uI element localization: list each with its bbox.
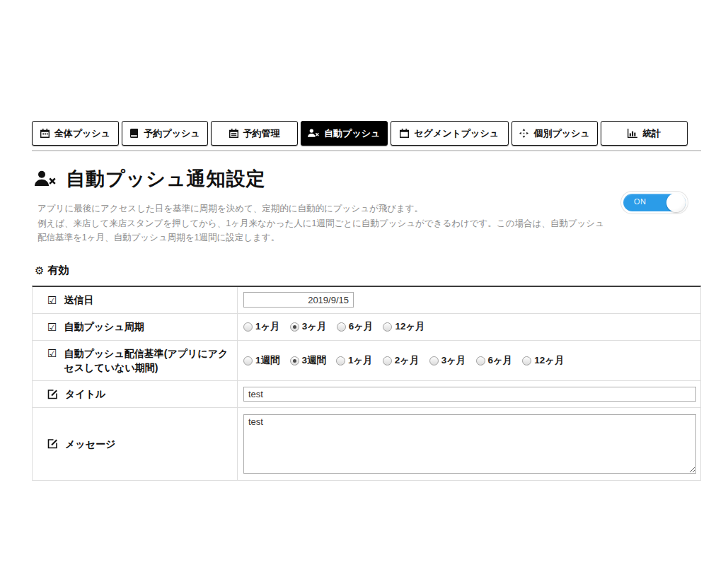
calendar-icon [400,129,409,138]
row-title: タイトル [33,381,700,407]
delivery-basis-value-cell: 1週間3週間1ヶ月2ヶ月3ヶ月6ヶ月12ヶ月 [238,341,700,381]
send-date-value-cell [238,287,700,313]
person-x-icon [35,170,56,187]
book-icon [129,129,139,138]
delivery-basis-radio-group: 1週間3週間1ヶ月2ヶ月3ヶ月6ヶ月12ヶ月 [243,354,565,367]
radio-option-label: 1ヶ月 [348,354,373,367]
radio-icon[interactable] [337,322,346,332]
message-label-cell: メッセージ [33,408,238,480]
radio-option[interactable]: 6ヶ月 [337,320,374,333]
radio-option-label: 6ヶ月 [488,354,513,367]
radio-option[interactable]: 12ヶ月 [522,354,564,367]
tab-auto-push[interactable]: 自動プッシュ [301,121,388,146]
radio-icon[interactable] [336,356,345,365]
section-label-text: 有効 [47,264,69,277]
radio-option-label: 3ヶ月 [441,354,466,367]
tab-label: 個別プッシュ [533,127,589,140]
toggle-knob[interactable] [666,193,686,212]
radio-option-label: 12ヶ月 [534,354,564,367]
radio-icon[interactable] [243,322,253,332]
radio-option[interactable]: 1ヶ月 [336,354,373,367]
title-label-cell: タイトル [33,381,238,407]
edit-pencil-icon [47,389,58,399]
tab-label: セグメントプッシュ [414,127,499,140]
row-push-cycle: ☑ 自動プッシュ周期 1ヶ月3ヶ月6ヶ月12ヶ月 [33,314,700,341]
radio-selected-icon[interactable] [290,356,299,365]
title-row: 自動プッシュ通知設定 [35,166,701,192]
check-square-icon: ☑ [47,348,57,358]
row-delivery-basis: ☑ 自動プッシュ配信基準(アプリにアクセスしていない期間) 1週間3週間1ヶ月2… [33,341,700,382]
message-textarea[interactable]: test [243,414,696,474]
tab-all-push[interactable]: 全体プッシュ [32,121,119,146]
message-value-cell: test [238,408,700,480]
bar-chart-icon [628,129,637,138]
check-square-icon: ☑ [47,322,57,332]
radio-option-label: 6ヶ月 [349,320,374,333]
radio-icon[interactable] [383,322,392,332]
row-message: メッセージ test [33,408,700,480]
send-date-input[interactable] [243,292,354,308]
toggle-on-label: ON [634,197,647,206]
settings-table: ☑ 送信日 ☑ 自動プッシュ周期 1ヶ月3ヶ月6ヶ月12ヶ月 ☑ 自動プッシュ配… [32,286,701,481]
row-label: 送信日 [64,293,93,307]
tab-individual-push[interactable]: 個別プッシュ [512,121,599,146]
radio-option[interactable]: 3ヶ月 [429,354,466,367]
edit-pencil-icon [47,438,58,449]
tab-label: 予約管理 [243,127,280,140]
row-label: メッセージ [65,437,115,451]
push-cycle-label-cell: ☑ 自動プッシュ周期 [33,314,238,340]
radio-option[interactable]: 3ヶ月 [290,320,327,333]
radio-icon[interactable] [383,356,392,365]
description-line: アプリに最後にアクセスした日を基準に周期を決めて、定期的に自動的にプッシュが飛び… [37,201,609,216]
check-square-icon: ☑ [47,295,57,305]
row-label: 自動プッシュ周期 [64,320,144,334]
radio-option[interactable]: 2ヶ月 [383,354,420,367]
radio-option-label: 12ヶ月 [395,320,424,333]
tab-reserve-manage[interactable]: 予約管理 [211,121,298,146]
radio-icon[interactable] [522,356,531,365]
radio-icon[interactable] [243,356,253,365]
tab-label: 統計 [642,127,661,140]
radio-option-label: 2ヶ月 [395,354,420,367]
move-icon [519,129,528,138]
radio-selected-icon[interactable] [290,322,299,332]
tab-stats[interactable]: 統計 [601,121,688,146]
row-label: 自動プッシュ配信基準(アプリにアクセスしていない期間) [64,346,230,375]
description-line: 例えば、来店して来店スタンプを押してから、1ヶ月来なかった人に1週間ごとに自動プ… [37,216,609,245]
push-cycle-radio-group: 1ヶ月3ヶ月6ヶ月12ヶ月 [243,320,425,333]
tab-reserve-push[interactable]: 予約プッシュ [122,121,209,146]
calendar-check-icon [40,129,50,138]
send-date-label-cell: ☑ 送信日 [33,287,238,313]
tab-bar: 全体プッシュ 予約プッシュ 予約管理 自動プッシュ セグメントプッシュ 個別プッ… [32,121,688,146]
delivery-basis-label-cell: ☑ 自動プッシュ配信基準(アプリにアクセスしていない期間) [33,341,238,381]
radio-option-label: 1週間 [255,354,280,367]
tab-label: 自動プッシュ [324,127,380,140]
intro-row: アプリに最後にアクセスした日を基準に周期を決めて、定期的に自動的にプッシュが飛び… [32,201,701,245]
person-x-icon [308,129,319,138]
page: 全体プッシュ 予約プッシュ 予約管理 自動プッシュ セグメントプッシュ 個別プッ… [32,0,701,481]
enable-toggle[interactable]: ON [621,192,688,214]
radio-option[interactable]: 12ヶ月 [383,320,424,333]
section-enabled: ⚙ 有効 [35,264,701,277]
radio-option[interactable]: 1週間 [243,354,280,367]
page-description: アプリに最後にアクセスした日を基準に周期を決めて、定期的に自動的にプッシュが飛び… [37,201,609,245]
radio-option-label: 3ヶ月 [302,320,327,333]
tab-label: 予約プッシュ [144,127,200,140]
radio-option[interactable]: 3週間 [290,354,327,367]
tab-label: 全体プッシュ [54,127,110,140]
gear-icon: ⚙ [35,265,44,276]
calendar-icon [229,129,238,138]
radio-option[interactable]: 6ヶ月 [476,354,513,367]
title-value-cell [238,381,700,407]
radio-option[interactable]: 1ヶ月 [243,320,280,333]
title-input[interactable] [243,387,696,402]
row-label: タイトル [65,387,105,401]
radio-option-label: 1ヶ月 [255,320,280,333]
push-cycle-value-cell: 1ヶ月3ヶ月6ヶ月12ヶ月 [238,314,700,340]
radio-icon[interactable] [429,356,439,365]
radio-option-label: 3週間 [302,354,327,367]
tab-divider [32,150,701,151]
tab-segment-push[interactable]: セグメントプッシュ [391,121,509,146]
row-send-date: ☑ 送信日 [33,287,700,314]
radio-icon[interactable] [476,356,485,365]
